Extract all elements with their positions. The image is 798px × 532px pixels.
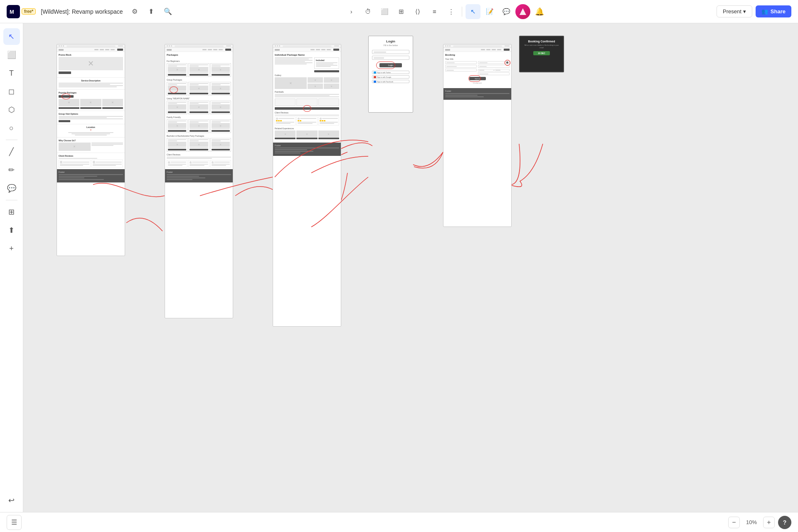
related-exp: Related Experiences — [275, 127, 339, 130]
nav-arrow-icon[interactable]: › — [344, 4, 359, 19]
shape-tool[interactable]: ⬡ — [3, 101, 20, 118]
present-button[interactable]: Present ▾ — [717, 5, 752, 17]
login-frame: Login Login Fill in the below Login Sign… — [368, 36, 413, 113]
group-packages: Group Packages — [167, 79, 231, 81]
twitter-btn: Sign in with Twitter — [377, 71, 391, 74]
family-friendly: Family Friendly — [167, 116, 231, 118]
pen-tool[interactable]: ✏ — [3, 162, 20, 178]
sticky-tool[interactable]: ◻ — [3, 83, 20, 100]
cursor-tool[interactable]: ↖ — [3, 28, 20, 45]
upload-tool[interactable]: ⬆ — [3, 222, 20, 239]
miro-logo: M free* — [7, 5, 36, 18]
doc-icon[interactable]: ≡ — [427, 4, 442, 19]
footer-3: Footer — [275, 144, 339, 147]
comment-tool[interactable]: 💬 — [3, 180, 20, 197]
booking-frame: Booking Booking Your Info — [443, 44, 512, 227]
timer-icon[interactable]: ⏱ — [360, 4, 375, 19]
miro-logo-icon[interactable]: M — [7, 5, 20, 18]
add-tool[interactable]: + — [3, 240, 20, 257]
sidebar-divider-2 — [6, 200, 17, 200]
line-tool[interactable]: ╱ — [3, 143, 20, 160]
toolbar: M free* [WildWest]: Revamp workspace ⚙ ⬆… — [0, 0, 798, 23]
booking-title: Booking — [445, 54, 510, 56]
sidebar-divider — [6, 140, 17, 140]
using-weapon: Using "WEAPON NAME" — [167, 97, 231, 100]
why-choose-title: Why Choose Us? — [59, 139, 123, 142]
included-label: Included — [316, 59, 337, 62]
booking-confirmed-subtitle: We've sent more details to this booking … — [523, 44, 560, 49]
frames-tool[interactable]: ⬜ — [3, 47, 20, 63]
individual-package-frame: Individual Package Name Individual Packa… — [273, 44, 341, 327]
login-subtitle: Fill in the below — [384, 44, 398, 47]
divider — [462, 7, 462, 17]
share-button[interactable]: 👥 Share — [756, 5, 791, 17]
svg-marker-1 — [520, 8, 526, 15]
frame-icon[interactable]: ⬜ — [377, 4, 392, 19]
packages-page-title: Packages — [167, 54, 231, 56]
booking-date-btn: 10 DEC — [538, 52, 545, 54]
gallery-label: Gallery — [275, 74, 339, 76]
toolbar-left: M free* [WildWest]: Revamp workspace ⚙ ⬆… — [7, 5, 175, 18]
search-icon[interactable]: 🔍 — [161, 5, 175, 18]
zoom-out-button[interactable]: − — [728, 517, 740, 528]
booking-confirmed-title: Booking Confirmed — [523, 40, 560, 43]
bachelor-title: Bachelor & Bachelorette Party Packages — [167, 135, 231, 137]
client-reviews-ind: Client Reviews — [275, 111, 339, 114]
help-button[interactable]: ? — [778, 516, 791, 529]
grid-tool[interactable]: ⊞ — [3, 204, 20, 220]
location-title: Location — [59, 126, 123, 128]
chat-icon[interactable]: 💬 — [499, 4, 514, 19]
for-beginners: For Beginners — [167, 60, 231, 62]
client-reviews-title-1: Client Reviews — [59, 155, 123, 157]
paintballs-label: Paintballs — [275, 91, 339, 93]
text-tool[interactable]: T — [3, 65, 20, 81]
google-btn: Sign in with Google — [377, 76, 391, 78]
canvas[interactable]: Promo Block Promo Block ✕ Service Des — [23, 23, 798, 512]
fullscreen-icon[interactable]: ⊞ — [394, 4, 409, 19]
footer-1: Footer — [59, 171, 123, 173]
zoom-in-button[interactable]: + — [763, 517, 775, 528]
zoom-level-display: 10% — [743, 519, 760, 525]
facebook-btn: Sign in with Facebook — [377, 81, 393, 83]
notifications-icon[interactable]: 🔔 — [532, 4, 547, 19]
group-visit-title: Group Visit Options — [59, 113, 123, 115]
free-badge: free* — [22, 8, 36, 15]
toolbar-right: Present ▾ 👥 Share — [717, 5, 791, 17]
your-info-label: Your Info — [445, 58, 510, 60]
toolbar-icons: ⚙ ⬆ 🔍 — [128, 5, 175, 18]
individual-pkg-title: Individual Package Name — [275, 54, 339, 56]
footer-5: Footer — [445, 90, 510, 92]
undo-tool[interactable]: ↩ — [3, 492, 20, 509]
payment-label: Lic payment — [445, 82, 510, 84]
packages-frame: Packages Packages For Beginners ✕ — [165, 44, 233, 318]
sticky-note-icon[interactable]: 📝 — [482, 4, 497, 19]
service-desc-title: Service Description — [59, 79, 123, 82]
toolbar-center: › ⏱ ⬜ ⊞ ⟨⟩ ≡ ⋮ ↖ 📝 💬 🔔 — [344, 4, 547, 19]
code-icon[interactable]: ⟨⟩ — [410, 4, 425, 19]
avatar[interactable] — [515, 4, 530, 19]
booking-confirmed-frame: Booking Confirmed Booking Confirmed We'v… — [519, 36, 564, 72]
cursor-tool-icon[interactable]: ↖ — [466, 4, 480, 19]
workspace-title[interactable]: [WildWest]: Revamp workspace — [41, 8, 123, 15]
promo-block-title: Promo Block — [59, 54, 123, 56]
svg-text:M: M — [10, 9, 14, 15]
circle-tool[interactable]: ○ — [3, 120, 20, 136]
login-btn: Login — [388, 64, 393, 66]
client-reviews-pkg: Client Reviews — [167, 153, 231, 156]
pages-panel-button[interactable]: ☰ — [7, 515, 22, 530]
left-sidebar: ↖ ⬜ T ◻ ⬡ ○ ╱ ✏ 💬 ⊞ ⬆ + ↩ ↪ — [0, 23, 23, 532]
login-title: Login — [386, 39, 395, 43]
share-icon[interactable]: ⬆ — [145, 5, 158, 18]
popular-packages-title: Popular Packages — [59, 91, 123, 94]
settings-icon[interactable]: ⚙ — [128, 5, 141, 18]
zoom-controls: − 10% + ? — [728, 516, 791, 529]
promo-block-frame: Promo Block Promo Block ✕ Service Des — [57, 44, 125, 256]
more-icon[interactable]: ⋮ — [443, 4, 458, 19]
footer-2: Footer — [167, 171, 231, 173]
bottom-bar: ☰ − 10% + ? — [0, 512, 798, 532]
